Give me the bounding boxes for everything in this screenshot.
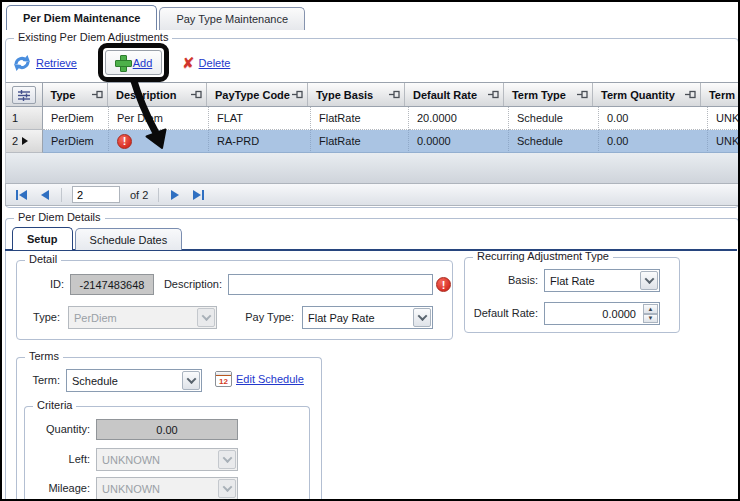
id-label: ID:: [24, 278, 64, 290]
tab-pay-type-maintenance[interactable]: Pay Type Maintenance: [159, 7, 305, 30]
cell-term-quantity[interactable]: 0.00: [599, 107, 708, 130]
active-row-pointer-icon: [22, 137, 28, 145]
row-header[interactable]: 2: [6, 130, 43, 153]
mileage-label: Mileage:: [32, 482, 90, 494]
page-number-input[interactable]: [72, 186, 120, 203]
first-page-button[interactable]: [14, 188, 29, 202]
add-annotation-rect: Add: [98, 43, 169, 82]
cell-default-rate[interactable]: 0.0000: [409, 130, 509, 153]
cell-description[interactable]: Per Diem: [109, 107, 209, 130]
default-rate-spinner[interactable]: 0.0000 ▲ ▼: [544, 302, 660, 325]
groupbox-label: Terms: [25, 350, 63, 362]
cell-description[interactable]: !: [109, 130, 209, 153]
column-header-description[interactable]: Description: [108, 83, 207, 106]
basis-combobox[interactable]: Flat Rate: [544, 269, 660, 292]
edit-schedule-button[interactable]: 12 Edit Schedule: [215, 371, 304, 387]
chevron-down-icon[interactable]: [197, 308, 215, 327]
description-error-icon: !: [436, 277, 451, 292]
retrieve-link-label: Retrieve: [36, 57, 77, 69]
type-combobox[interactable]: PerDiem: [68, 306, 217, 329]
left-label: Left:: [32, 453, 90, 465]
delete-button[interactable]: ✘ Delete: [182, 55, 230, 70]
next-page-button[interactable]: [169, 188, 181, 202]
cell-type[interactable]: PerDiem: [43, 130, 109, 153]
column-header-default-rate[interactable]: Default Rate: [405, 83, 504, 106]
app-window: Per Diem Maintenance Pay Type Maintenanc…: [0, 0, 740, 501]
chevron-down-icon[interactable]: [413, 308, 431, 327]
spin-down-icon[interactable]: ▼: [643, 314, 658, 324]
cell-term[interactable]: UNK: [708, 107, 739, 130]
id-readonly-field: -2147483648: [70, 274, 154, 295]
groupbox-label: Criteria: [33, 399, 76, 411]
pin-icon[interactable]: [577, 90, 588, 99]
column-label: Default Rate: [413, 89, 477, 101]
pin-icon[interactable]: [389, 90, 400, 99]
grid-row-1[interactable]: 1 PerDiem Per Diem FLAT FlatRate 20.0000…: [6, 107, 739, 130]
row-number: 2: [12, 135, 18, 147]
tab-schedule-dates[interactable]: Schedule Dates: [75, 228, 183, 250]
column-header-type[interactable]: Type: [43, 83, 108, 106]
left-combobox[interactable]: UNKNOWN: [96, 448, 238, 471]
pay-type-combobox[interactable]: Flat Pay Rate: [302, 306, 433, 329]
row-selector-header[interactable]: [6, 83, 43, 106]
chevron-down-icon[interactable]: [218, 450, 236, 469]
cell-term-type[interactable]: Schedule: [509, 130, 599, 153]
chevron-down-icon[interactable]: [218, 479, 236, 498]
row-header[interactable]: 1: [6, 107, 43, 130]
cell-paytype-code[interactable]: FLAT: [209, 107, 311, 130]
main-tabstrip: Per Diem Maintenance Pay Type Maintenanc…: [6, 5, 305, 30]
cell-type-basis[interactable]: FlatRate: [311, 107, 409, 130]
pay-type-label: Pay Type:: [240, 311, 294, 323]
refresh-icon: [12, 53, 32, 73]
tab-per-diem-maintenance[interactable]: Per Diem Maintenance: [6, 5, 157, 30]
cell-type-basis[interactable]: FlatRate: [311, 130, 409, 153]
pin-icon[interactable]: [191, 90, 202, 99]
tab-label: Setup: [27, 233, 58, 245]
tab-setup[interactable]: Setup: [12, 227, 73, 250]
retrieve-button[interactable]: Retrieve: [12, 53, 77, 73]
row-number: 1: [12, 112, 18, 124]
description-label: Description:: [160, 278, 222, 290]
quantity-label: Quantity:: [32, 423, 90, 435]
tab-label: Pay Type Maintenance: [176, 13, 288, 25]
details-tabstrip: Setup Schedule Dates: [12, 227, 182, 250]
add-button[interactable]: Add: [105, 50, 162, 75]
column-label: Type: [51, 89, 76, 101]
cell-term-quantity[interactable]: 0.00: [599, 130, 708, 153]
column-chooser-icon[interactable]: [12, 86, 36, 104]
description-input[interactable]: [228, 274, 433, 295]
grid-header-row: Type Description PayType Code Type Basis…: [6, 83, 739, 107]
cell-default-rate[interactable]: 20.0000: [409, 107, 509, 130]
previous-page-button[interactable]: [39, 188, 51, 202]
chevron-down-icon[interactable]: [640, 271, 658, 290]
cell-paytype-code[interactable]: RA-PRD: [209, 130, 311, 153]
spin-up-icon[interactable]: ▲: [643, 304, 658, 314]
pin-icon[interactable]: [488, 90, 499, 99]
cell-term[interactable]: UNK: [708, 130, 739, 153]
calendar-icon: 12: [215, 371, 232, 387]
add-link-label: Add: [133, 57, 153, 69]
column-header-term-quantity[interactable]: Term Quantity: [593, 83, 701, 106]
column-label: Term Type: [512, 89, 566, 101]
term-combobox[interactable]: Schedule: [66, 369, 202, 392]
column-header-term-type[interactable]: Term Type: [504, 83, 593, 106]
pin-icon[interactable]: [92, 90, 103, 99]
column-header-term[interactable]: Term: [701, 83, 739, 106]
cell-type[interactable]: PerDiem: [43, 107, 109, 130]
grid-row-2-selected[interactable]: 2 PerDiem ! RA-PRD FlatRate 0.0000 Sched…: [6, 130, 739, 153]
pin-icon[interactable]: [292, 90, 303, 99]
last-page-button[interactable]: [191, 188, 206, 202]
pager-separator: [158, 188, 159, 202]
tab-label: Schedule Dates: [90, 234, 168, 246]
delete-x-icon: ✘: [182, 55, 195, 70]
column-header-paytype-code[interactable]: PayType Code: [207, 83, 308, 106]
tab-label: Per Diem Maintenance: [23, 12, 140, 24]
chevron-down-icon[interactable]: [182, 371, 200, 390]
term-label: Term:: [26, 374, 60, 386]
mileage-combobox[interactable]: UNKNOWN: [96, 477, 238, 500]
quantity-readonly-field: 0.00: [96, 419, 238, 440]
pin-icon[interactable]: [685, 90, 696, 99]
grid-empty-area: [6, 153, 739, 183]
column-header-type-basis[interactable]: Type Basis: [308, 83, 405, 106]
cell-term-type[interactable]: Schedule: [509, 107, 599, 130]
